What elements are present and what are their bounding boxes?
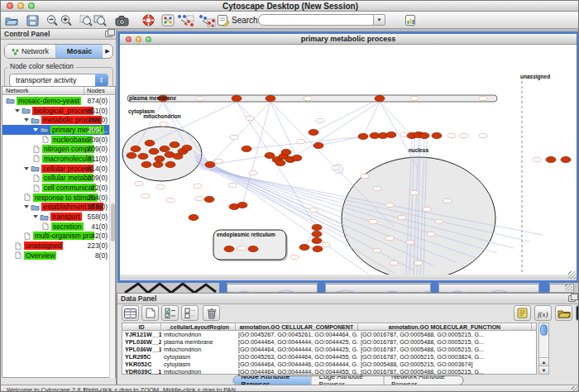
- tab-network-attribute-browser[interactable]: Network Attribute Browser: [384, 376, 462, 385]
- tree-header-nodes[interactable]: Nodes: [84, 87, 115, 94]
- tree-row-primary-metabol[interactable]: primary metabol209(...: [2, 125, 110, 135]
- table-scrollbar[interactable]: ▲ ▼: [538, 323, 549, 375]
- background-window-edge[interactable]: [318, 283, 325, 293]
- help-icon[interactable]: [141, 13, 156, 27]
- table-scrollbar-thumb[interactable]: [540, 324, 548, 336]
- network-node[interactable]: [138, 153, 148, 159]
- network-node[interactable]: [292, 155, 302, 160]
- network-node[interactable]: [237, 202, 247, 208]
- network-node[interactable]: [149, 148, 159, 154]
- background-window-edge[interactable]: [539, 283, 549, 293]
- network-node[interactable]: [131, 146, 141, 151]
- network-node[interactable]: [375, 95, 385, 101]
- network-node[interactable]: [546, 156, 556, 162]
- network-node[interactable]: [266, 95, 275, 101]
- table-row-ydr039c__1[interactable]: YDR039C__1mitochondrion[GO:0044464, GO:0…: [122, 368, 536, 375]
- tree-row-multi-organism-pro[interactable]: multi-organism pro42(0): [2, 232, 110, 241]
- float-panel-icon[interactable]: [105, 31, 112, 37]
- network-node[interactable]: [170, 141, 179, 147]
- network-node[interactable]: [165, 161, 175, 167]
- zoom-out-icon[interactable]: [45, 13, 60, 27]
- matrix-view-icon[interactable]: [576, 305, 579, 321]
- table-row-ylr295c[interactable]: YLR295Ccytoplasm[GO:0045263, GO:0044464,…: [122, 353, 536, 361]
- tree-row-macromolecule[interactable]: macromolecule311(0): [2, 154, 110, 164]
- tree-row-response-to-stimulu[interactable]: response to stimulu264(0): [2, 193, 110, 203]
- table-row-yjr121w__1[interactable]: YJR121W__1mitochondrion[GO:0045267, GO:0…: [122, 331, 536, 338]
- column-header-id[interactable]: ID: [122, 323, 161, 330]
- tree-row-biological-process[interactable]: biological_process651(0): [2, 106, 110, 116]
- tree-scrollbar[interactable]: [109, 96, 115, 378]
- tree-row-cellular-process[interactable]: cellular process614(0): [2, 164, 110, 174]
- network-node[interactable]: [127, 152, 136, 158]
- new-attribute-icon[interactable]: [141, 305, 159, 321]
- expand-arrow-icon[interactable]: [15, 109, 20, 112]
- tree-row-overview[interactable]: Overview8(0): [2, 251, 110, 261]
- network-node[interactable]: [145, 140, 155, 146]
- network-node[interactable]: [141, 161, 151, 167]
- network-node[interactable]: [242, 146, 251, 151]
- scroll-up-arrow[interactable]: ▲: [539, 357, 548, 366]
- layout-nodes-b-icon[interactable]: [197, 13, 217, 27]
- tree-row-metabolic-process[interactable]: metabolic process280(0): [2, 115, 110, 125]
- scroll-down-arrow[interactable]: ▼: [539, 366, 548, 374]
- app-resize-grip[interactable]: [572, 386, 579, 392]
- network-node[interactable]: [313, 142, 323, 148]
- network-canvas[interactable]: plasma membranecytoplasmmitochondrionnuc…: [120, 45, 577, 275]
- frame-resize-grip[interactable]: [568, 271, 576, 279]
- save-session-icon[interactable]: [25, 13, 40, 27]
- tab-network[interactable]: Network: [5, 45, 56, 58]
- tree-row-unassigned[interactable]: unassigned223(0): [2, 241, 110, 251]
- network-node[interactable]: [205, 161, 215, 167]
- zoom-fit-content-icon[interactable]: [93, 13, 108, 27]
- tree-row-secretion[interactable]: secretion41(0): [2, 222, 110, 232]
- snapshot-camera-icon[interactable]: [114, 13, 129, 27]
- table-row-ypl036w__1[interactable]: YPL036W__1mitochondrion[GO:0044464, GO:0…: [122, 346, 536, 353]
- network-node[interactable]: [358, 133, 368, 139]
- expand-arrow-icon[interactable]: [33, 215, 38, 218]
- unselect-attributes-icon[interactable]: [181, 305, 199, 321]
- expand-arrow-icon[interactable]: [24, 167, 29, 170]
- network-node[interactable]: [312, 231, 322, 237]
- search-dropdown-button[interactable]: ▼: [374, 14, 385, 26]
- tab-overflow-arrow[interactable]: ▶: [103, 45, 112, 58]
- tree-row-transport[interactable]: transport558(0): [2, 212, 110, 222]
- background-window-edge[interactable]: [431, 283, 438, 293]
- import-attributes-folder-icon[interactable]: [555, 305, 572, 321]
- function-builder-icon[interactable]: f(x): [534, 305, 552, 321]
- network-node[interactable]: [248, 246, 258, 251]
- network-view-frame[interactable]: primary metabolic process: [117, 31, 579, 283]
- zoom-in-icon[interactable]: [59, 13, 74, 27]
- network-node[interactable]: [312, 224, 322, 230]
- select-attributes-icon[interactable]: [161, 305, 179, 321]
- search-input[interactable]: [258, 14, 374, 26]
- network-node[interactable]: [386, 131, 396, 137]
- attribute-notes-icon[interactable]: [514, 305, 531, 321]
- network-node[interactable]: [189, 214, 199, 220]
- network-node[interactable]: [309, 129, 318, 135]
- network-node[interactable]: [182, 145, 192, 151]
- network-node[interactable]: [160, 146, 170, 151]
- network-node[interactable]: [224, 246, 234, 251]
- background-network-thumbnail[interactable]: [123, 283, 218, 293]
- column-header-cellular-component[interactable]: annotation.GO CELLULAR_COMPONENT: [236, 323, 358, 330]
- enhanced-search-icon[interactable]: [403, 13, 418, 27]
- network-overview-icon[interactable]: [160, 13, 175, 27]
- network-node[interactable]: [153, 161, 163, 167]
- zoom-selected-region-icon[interactable]: [79, 13, 93, 27]
- tree-row-nitrogen-compo[interactable]: nitrogen compo209(0): [2, 144, 110, 154]
- delete-attribute-trash-icon[interactable]: [203, 305, 220, 321]
- network-node[interactable]: [281, 149, 291, 155]
- tree-row-mosaic-demo-yeast[interactable]: mosaic-demo-yeast874(0): [2, 96, 110, 106]
- attribute-table-icon[interactable]: [122, 305, 139, 321]
- annotation-tool-icon[interactable]: [215, 13, 230, 27]
- node-color-dropdown[interactable]: transporter activity ▲▼: [9, 74, 108, 87]
- background-window-edge[interactable]: [219, 283, 227, 293]
- table-row-ypl036w__2[interactable]: YPL036W__2plasma membrane[GO:0044464, GO…: [122, 338, 536, 346]
- tree-row-nucleobase-[interactable]: nucleobase-209(0): [2, 135, 110, 145]
- background-window-strip[interactable]: [227, 284, 318, 293]
- expand-arrow-icon[interactable]: [33, 128, 38, 131]
- network-node[interactable]: [299, 244, 309, 250]
- background-window-strip[interactable]: [438, 284, 539, 293]
- column-header-region[interactable]: _cellularLayoutRegion: [161, 323, 236, 330]
- tab-edge-attribute-browser[interactable]: Edge Attribute Browser: [311, 376, 384, 385]
